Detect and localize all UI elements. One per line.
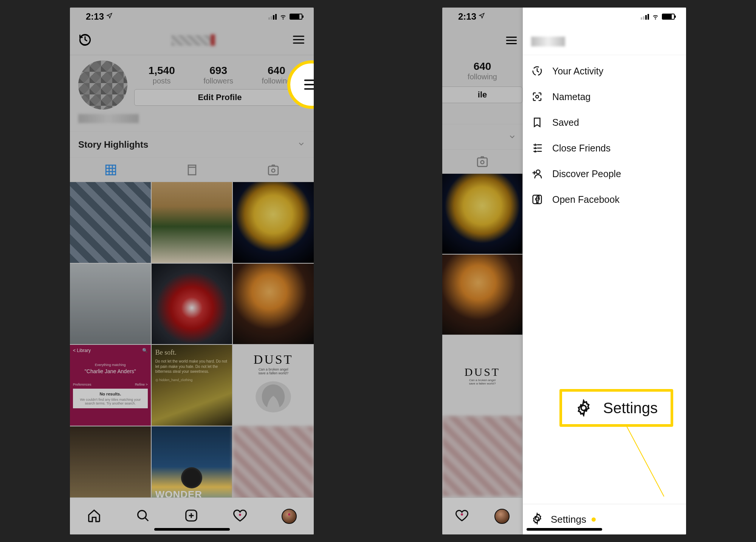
battery-icon bbox=[662, 14, 675, 20]
svg-point-36 bbox=[536, 517, 539, 520]
grid-cell[interactable]: DUST Can a broken angel save a fallen wo… bbox=[233, 345, 314, 426]
nav-profile-icon bbox=[494, 509, 510, 524]
grid-cell[interactable] bbox=[152, 264, 232, 344]
grid-cell[interactable] bbox=[70, 264, 151, 344]
status-bar: 2:13 bbox=[70, 8, 314, 26]
svg-point-12 bbox=[271, 169, 275, 172]
chevron-down-icon bbox=[297, 140, 305, 150]
highlights-title: Story Highlights bbox=[78, 139, 148, 150]
svg-rect-25 bbox=[477, 158, 487, 167]
menu-saved[interactable]: Saved bbox=[523, 110, 686, 135]
chevron-down-icon bbox=[508, 133, 516, 141]
story-highlights-row[interactable]: Story Highlights bbox=[70, 131, 314, 158]
menu-label: Discover People bbox=[552, 168, 621, 179]
callout-settings: Settings bbox=[559, 389, 673, 427]
hamburger-icon bbox=[505, 34, 518, 47]
wifi-icon bbox=[651, 13, 660, 20]
nav-profile-icon[interactable] bbox=[282, 509, 297, 524]
menu-label: Saved bbox=[552, 117, 579, 128]
menu-close-friends[interactable]: Close Friends bbox=[523, 135, 686, 161]
svg-rect-4 bbox=[106, 165, 116, 175]
screenshot-menu: 2:13 640 following ile bbox=[442, 8, 686, 534]
tab-feed[interactable] bbox=[151, 158, 232, 182]
menu-your-activity[interactable]: Your Activity bbox=[523, 58, 686, 84]
nav-search-icon[interactable] bbox=[136, 508, 150, 524]
facebook-icon bbox=[531, 193, 543, 205]
grid-cell[interactable] bbox=[233, 426, 314, 507]
svg-line-15 bbox=[145, 518, 148, 521]
grid-cell[interactable] bbox=[233, 182, 314, 263]
grid-cell[interactable] bbox=[70, 182, 151, 263]
side-menu-list: Your Activity Nametag Saved Close Friend… bbox=[523, 55, 686, 504]
tab-tagged[interactable] bbox=[232, 158, 314, 182]
username-redacted bbox=[531, 37, 565, 46]
grid-cell[interactable]: < Library🔍 Everything matching "Charlie … bbox=[70, 345, 151, 426]
svg-point-37 bbox=[581, 405, 586, 410]
grid-cell[interactable]: Be soft. Do not let the world make you h… bbox=[152, 345, 232, 426]
discover-people-icon bbox=[531, 168, 543, 180]
settings-label: Settings bbox=[551, 514, 586, 525]
menu-label: Your Activity bbox=[552, 66, 603, 77]
side-menu-panel: Your Activity Nametag Saved Close Friend… bbox=[523, 8, 686, 534]
svg-point-32 bbox=[536, 170, 540, 174]
display-name-redacted bbox=[78, 114, 139, 123]
screenshot-profile: 2:13 1,540 posts bbox=[70, 8, 314, 534]
archive-icon[interactable] bbox=[78, 33, 92, 48]
gear-icon bbox=[575, 399, 592, 417]
location-icon bbox=[479, 12, 485, 21]
activity-icon bbox=[531, 65, 543, 77]
photo-grid: < Library🔍 Everything matching "Charlie … bbox=[70, 182, 314, 507]
grid-cell[interactable] bbox=[233, 264, 314, 344]
background-profile-sliver: 640 following ile DUST Can a broken ange… bbox=[442, 26, 522, 534]
wifi-icon bbox=[279, 13, 287, 20]
menu-discover-people[interactable]: Discover People bbox=[523, 161, 686, 187]
svg-rect-11 bbox=[268, 166, 278, 175]
close-friends-icon bbox=[531, 142, 543, 154]
avatar[interactable] bbox=[78, 60, 127, 110]
nav-activity-icon bbox=[455, 509, 469, 524]
stat-posts[interactable]: 1,540 posts bbox=[149, 65, 175, 85]
menu-nametag[interactable]: Nametag bbox=[523, 84, 686, 110]
battery-icon bbox=[290, 14, 302, 20]
location-icon bbox=[106, 12, 113, 21]
svg-point-14 bbox=[138, 510, 146, 519]
bookmark-icon bbox=[531, 116, 543, 128]
edit-profile-button[interactable]: Edit Profile bbox=[134, 89, 305, 106]
svg-point-28 bbox=[536, 95, 539, 98]
nav-home-icon[interactable] bbox=[87, 508, 101, 524]
grid-cell[interactable] bbox=[152, 182, 232, 263]
home-indicator[interactable] bbox=[154, 528, 230, 531]
stat-following[interactable]: 640 following bbox=[262, 65, 291, 85]
bottom-nav bbox=[70, 497, 314, 534]
profile-header bbox=[70, 26, 314, 55]
stat-followers[interactable]: 693 followers bbox=[203, 65, 233, 85]
grid-cell[interactable]: NOW A MAJOR MOTION PICTURE! bbox=[152, 426, 232, 507]
callout-settings-label: Settings bbox=[603, 400, 658, 417]
gear-icon bbox=[531, 513, 543, 526]
tab-tagged-icon bbox=[476, 155, 489, 168]
menu-label: Open Facebook bbox=[552, 194, 620, 205]
nav-add-post-icon[interactable] bbox=[184, 508, 198, 524]
svg-rect-9 bbox=[188, 165, 196, 175]
svg-point-26 bbox=[481, 161, 484, 164]
cell-signal-icon bbox=[641, 14, 649, 20]
grid-cell[interactable] bbox=[70, 426, 151, 507]
home-indicator[interactable] bbox=[527, 528, 602, 531]
nametag-icon bbox=[531, 91, 543, 103]
nav-activity-icon[interactable] bbox=[233, 508, 247, 524]
menu-label: Nametag bbox=[552, 91, 590, 102]
menu-label: Close Friends bbox=[552, 143, 610, 154]
cell-signal-icon bbox=[268, 14, 277, 20]
username-redacted[interactable] bbox=[171, 35, 213, 46]
profile-block: 1,540 posts 693 followers 640 following … bbox=[70, 55, 314, 125]
menu-open-facebook[interactable]: Open Facebook bbox=[523, 187, 686, 212]
status-time: 2:13 bbox=[86, 11, 104, 22]
view-tabs bbox=[70, 158, 314, 182]
hamburger-icon[interactable] bbox=[292, 33, 305, 48]
tab-grid[interactable] bbox=[70, 158, 151, 182]
callout-connector-dot bbox=[592, 517, 596, 522]
stats-row: 1,540 posts 693 followers 640 following bbox=[134, 65, 305, 85]
status-time: 2:13 bbox=[458, 11, 476, 22]
